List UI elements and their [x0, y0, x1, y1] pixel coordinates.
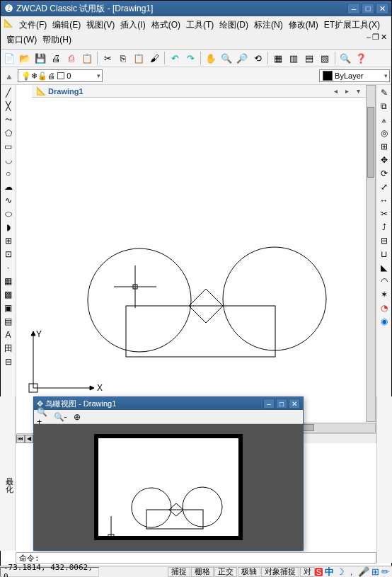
- open-button[interactable]: 📂: [18, 51, 32, 65]
- menu-draw[interactable]: 绘图(D): [217, 18, 251, 33]
- menu-insert[interactable]: 插入(I): [117, 18, 148, 33]
- hatch-tool[interactable]: ▦: [2, 275, 15, 287]
- explode-tool[interactable]: ✶: [378, 288, 391, 301]
- osnap-toggle[interactable]: 对象捕捉: [261, 567, 299, 577]
- gradient-tool[interactable]: ▩: [2, 288, 15, 301]
- tool-palettes-button[interactable]: ▤: [302, 51, 316, 65]
- menu-format[interactable]: 格式(O): [149, 18, 183, 33]
- aerial-viewport[interactable]: [34, 424, 303, 550]
- xline-tool[interactable]: ╳: [2, 100, 15, 113]
- redo-button[interactable]: ↷: [183, 51, 197, 65]
- maximize-button[interactable]: □: [362, 3, 374, 14]
- color-dropdown[interactable]: ByLayer: [319, 69, 390, 82]
- erase-tool[interactable]: ✎: [378, 86, 391, 99]
- extend-tool[interactable]: ⤴: [378, 221, 391, 234]
- scale-tool[interactable]: ⤢: [378, 181, 391, 193]
- aerial-global[interactable]: ⊕: [71, 411, 83, 423]
- menu-window[interactable]: 窗口(W): [4, 33, 40, 47]
- menu-modify[interactable]: 修改(M): [286, 18, 321, 33]
- tab-prev[interactable]: ◀: [25, 435, 33, 443]
- rotate-tool[interactable]: ⟳: [378, 167, 391, 180]
- tray-key-icon[interactable]: ✏: [381, 566, 389, 577]
- help-button[interactable]: 🔍: [338, 51, 352, 65]
- minimize-button[interactable]: –: [347, 3, 360, 14]
- pline-tool[interactable]: ⤳: [2, 113, 15, 126]
- layer-manager-button[interactable]: ⟁: [2, 69, 16, 83]
- table2-tool[interactable]: ⊟: [2, 355, 15, 368]
- line-tool[interactable]: ╱: [2, 86, 15, 99]
- tab-first[interactable]: ⏮: [16, 435, 25, 443]
- paste-button[interactable]: 📋: [132, 51, 146, 65]
- plot-preview-button[interactable]: ⎙: [64, 51, 79, 65]
- mtext-tool[interactable]: A: [2, 329, 15, 341]
- revcloud-tool[interactable]: ☁: [2, 181, 15, 193]
- insert-block-tool[interactable]: ⊞: [2, 234, 15, 247]
- array-tool[interactable]: ⊞: [378, 140, 391, 153]
- aerial-minimize[interactable]: –: [263, 399, 275, 409]
- doc-restore-button[interactable]: ❐: [372, 33, 379, 47]
- copy-tool[interactable]: ⧉: [378, 100, 391, 113]
- aerial-close[interactable]: ✕: [289, 399, 300, 409]
- tray-ime-icon[interactable]: S: [315, 568, 323, 576]
- copy-button[interactable]: ⎘: [116, 51, 130, 65]
- print-button[interactable]: 🖨: [49, 51, 63, 65]
- new-button[interactable]: 📄: [2, 51, 16, 65]
- close-button[interactable]: ✕: [376, 3, 388, 14]
- table-tool[interactable]: ▤: [2, 315, 15, 328]
- mirror-tool[interactable]: ⟁: [378, 113, 391, 126]
- pedit-tool[interactable]: ◔: [378, 302, 391, 314]
- trim-tool[interactable]: ✂: [378, 207, 391, 220]
- ellipse-tool[interactable]: ⬭: [2, 207, 15, 220]
- publish-button[interactable]: 📋: [80, 51, 94, 65]
- tray-lang[interactable]: 中: [325, 566, 334, 578]
- vertical-scrollbar[interactable]: [366, 85, 376, 422]
- menu-help[interactable]: 帮助(H): [40, 33, 74, 47]
- text-tool[interactable]: 田: [2, 342, 15, 355]
- doc-dropdown[interactable]: ▾: [353, 86, 363, 96]
- match-button[interactable]: 🖌: [147, 51, 161, 65]
- drawing-canvas[interactable]: 📐 Drawing1 ◂ ▸ ▾ ✕ X Y: [16, 85, 376, 443]
- design-center-button[interactable]: ▥: [287, 51, 301, 65]
- menu-view[interactable]: 视图(V): [83, 18, 117, 33]
- aerial-zoomout[interactable]: 🔍-: [54, 411, 67, 423]
- polar-toggle[interactable]: 极轴: [238, 567, 260, 577]
- spline-tool[interactable]: ∿: [2, 194, 15, 207]
- arc-tool[interactable]: ◡: [2, 154, 15, 166]
- properties-button[interactable]: ▦: [271, 51, 285, 65]
- cut-button[interactable]: ✂: [100, 51, 115, 65]
- chamfer-tool[interactable]: ◣: [378, 261, 391, 274]
- snap-toggle[interactable]: 捕捉: [168, 567, 190, 577]
- zoom-window-button[interactable]: 🔎: [235, 51, 249, 65]
- doc-close-button[interactable]: ✕: [381, 33, 387, 47]
- ellipse-arc-tool[interactable]: ◗: [2, 221, 15, 234]
- aerial-zoomin[interactable]: 🔍+: [37, 411, 50, 423]
- doc-nav-prev[interactable]: ◂: [330, 86, 340, 96]
- aerial-view-window[interactable]: ✥ 鸟瞰视图 - Drawing1 – □ ✕ 🔍+ 🔍- ⊕: [33, 396, 304, 551]
- menu-ettools[interactable]: ET扩展工具(X): [321, 18, 383, 33]
- break-tool[interactable]: ⊟: [378, 234, 391, 247]
- menu-dimension[interactable]: 标注(N): [251, 18, 286, 33]
- point-tool[interactable]: ·: [2, 261, 15, 274]
- save-button[interactable]: 💾: [33, 51, 47, 65]
- stretch-tool[interactable]: ↔: [378, 194, 391, 207]
- tray-mic-icon[interactable]: 🎤: [358, 566, 369, 577]
- doc-nav-next[interactable]: ▸: [342, 86, 352, 96]
- grid-toggle[interactable]: 栅格: [191, 567, 214, 577]
- ortho-toggle[interactable]: 正交: [214, 567, 237, 577]
- calc-button[interactable]: ▧: [318, 51, 332, 65]
- region-tool[interactable]: ▣: [2, 302, 15, 314]
- polygon-tool[interactable]: ⬠: [2, 127, 15, 139]
- offset-tool[interactable]: ◎: [378, 127, 391, 139]
- doc-minimize-button[interactable]: –: [367, 33, 371, 47]
- menu-tools[interactable]: 工具(T): [183, 18, 217, 33]
- menu-file[interactable]: 文件(F): [16, 18, 50, 33]
- undo-button[interactable]: ↶: [168, 51, 182, 65]
- tray-punct-icon[interactable]: ，: [347, 566, 356, 578]
- pan-button[interactable]: ✋: [204, 51, 218, 65]
- zoom-realtime-button[interactable]: 🔍: [219, 51, 234, 65]
- aerial-maximize[interactable]: □: [276, 399, 287, 409]
- tray-tool-icon[interactable]: ⊞: [371, 566, 379, 577]
- next-toggle[interactable]: 对: [300, 567, 315, 577]
- move-tool[interactable]: ✥: [378, 154, 391, 166]
- join-tool[interactable]: ⊔: [378, 248, 391, 261]
